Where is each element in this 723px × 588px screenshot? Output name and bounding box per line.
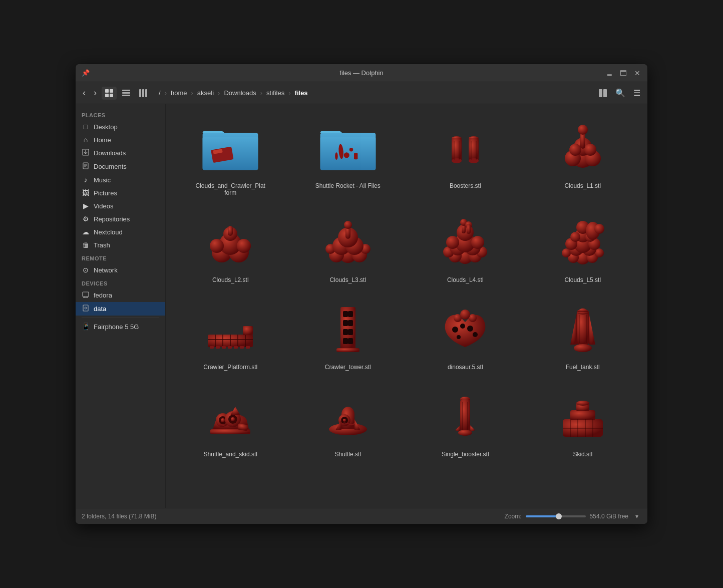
stl-icon-clouds-l3 xyxy=(320,215,376,270)
file-name-crawler-tower: Crawler_tower.stl xyxy=(325,364,371,371)
sidebar-item-pictures[interactable]: 🖼 Pictures xyxy=(76,186,165,199)
file-thumb-clouds-l2 xyxy=(200,212,260,272)
sidebar-item-fairphone[interactable]: 📱 Fairphone 5 5G xyxy=(76,320,165,333)
split-view-button[interactable] xyxy=(595,86,610,100)
file-name-crawler: Crawler_Platform.stl xyxy=(203,364,257,371)
sidebar-item-data[interactable]: data xyxy=(76,302,165,316)
zoom-slider[interactable] xyxy=(526,515,586,517)
sidebar-item-desktop[interactable]: □ Desktop xyxy=(76,120,165,133)
breadcrumb-stifiles[interactable]: stifiles xyxy=(264,88,286,98)
view-compact-button[interactable] xyxy=(136,87,151,100)
free-space: 554.0 GiB free xyxy=(590,513,628,520)
file-thumb-crawler xyxy=(200,300,260,360)
view-list-button[interactable] xyxy=(119,87,134,100)
file-item-shuttle-skid[interactable]: Shuttle_and_skid.stl xyxy=(174,381,287,464)
svg-rect-11 xyxy=(603,89,607,97)
file-item-shuttle[interactable]: Shuttle.stl xyxy=(291,381,405,464)
sidebar-item-network[interactable]: ⊙ Network xyxy=(76,263,165,276)
file-item-dinosaur[interactable]: dinosaur.5.stl xyxy=(409,293,522,377)
sidebar-item-home[interactable]: ⌂ Home xyxy=(76,133,165,146)
breadcrumb-files[interactable]: files xyxy=(293,88,310,98)
file-thumb-clouds-l3 xyxy=(318,212,378,272)
file-thumb-shuttle xyxy=(318,387,378,447)
file-item-fuel-tank[interactable]: Fuel_tank.stl xyxy=(526,293,640,377)
stl-icon-shuttle-skid xyxy=(203,389,258,444)
breadcrumb-akseli[interactable]: akseli xyxy=(195,88,216,98)
breadcrumb-downloads[interactable]: Downloads xyxy=(222,88,258,98)
sidebar-item-trash[interactable]: 🗑 Trash xyxy=(76,238,165,251)
file-item-single-booster[interactable]: Single_booster.stl xyxy=(409,381,522,464)
sidebar-fairphone-label: Fairphone 5 5G xyxy=(94,323,139,331)
minimize-button[interactable]: 🗕 xyxy=(603,67,615,79)
file-name-boosters: Boosters.stl xyxy=(450,182,481,189)
sidebar-item-fedora[interactable]: fedora xyxy=(76,288,165,302)
svg-point-137 xyxy=(574,344,592,352)
fairphone-icon: 📱 xyxy=(82,323,90,331)
folder-icon-clouds-crawler xyxy=(200,121,260,176)
sidebar-item-music[interactable]: ♪ Music xyxy=(76,173,165,186)
status-right: Zoom: 554.0 GiB free ▾ xyxy=(505,511,641,522)
svg-rect-5 xyxy=(122,92,130,94)
svg-rect-0 xyxy=(105,89,109,93)
menu-button[interactable]: ☰ xyxy=(630,86,643,100)
svg-rect-117 xyxy=(343,311,348,317)
breadcrumb-home[interactable]: home xyxy=(169,88,189,98)
svg-rect-3 xyxy=(110,94,113,97)
file-item-clouds-l2[interactable]: Clouds_L2.stl xyxy=(174,206,287,289)
svg-rect-123 xyxy=(343,338,348,344)
svg-point-96 xyxy=(570,232,580,242)
svg-rect-109 xyxy=(216,346,220,349)
svg-rect-110 xyxy=(222,346,226,349)
file-thumb-shuttle-skid xyxy=(200,387,260,447)
sidebar-item-repositories[interactable]: ⚙ Repositories xyxy=(76,212,165,225)
file-item-clouds-l1[interactable]: Clouds_L1.stl xyxy=(526,112,640,202)
sidebar-item-nextcloud[interactable]: ☁ Nextcloud xyxy=(76,225,165,238)
view-icons-button[interactable] xyxy=(102,87,117,100)
sidebar-item-downloads[interactable]: Downloads xyxy=(76,146,165,160)
close-button[interactable]: ✕ xyxy=(631,67,643,79)
file-item-clouds-crawler[interactable]: Clouds_and_Crawler_Platform xyxy=(174,112,287,202)
free-space-expand-button[interactable]: ▾ xyxy=(632,511,641,522)
file-item-shuttle-rocket[interactable]: Shuttle Rocket - All Files xyxy=(291,112,405,202)
file-item-clouds-l4[interactable]: Clouds_L4.stl xyxy=(409,206,522,289)
view-icons-icon xyxy=(105,89,114,98)
search-button[interactable]: 🔍 xyxy=(612,86,628,100)
file-item-crawler-tower[interactable]: Crawler_tower.stl xyxy=(291,293,405,377)
sidebar-item-videos[interactable]: ▶ Videos xyxy=(76,199,165,212)
file-item-clouds-l3[interactable]: Clouds_L3.stl xyxy=(291,206,405,289)
view-list-icon xyxy=(122,89,131,98)
data-icon xyxy=(82,305,90,313)
file-item-clouds-l5[interactable]: Clouds_L5.stl xyxy=(526,206,640,289)
maximize-button[interactable]: 🗖 xyxy=(617,67,629,79)
file-name-skid: Skid.stl xyxy=(573,451,592,458)
svg-rect-111 xyxy=(228,346,232,349)
svg-rect-108 xyxy=(210,346,214,349)
forward-button[interactable]: › xyxy=(91,86,100,100)
sidebar-nextcloud-label: Nextcloud xyxy=(94,228,123,236)
sidebar-item-documents[interactable]: Documents xyxy=(76,160,165,173)
toolbar-right: 🔍 ☰ xyxy=(595,86,643,100)
titlebar: 📌 files — Dolphin 🗕 🗖 ✕ xyxy=(76,64,647,82)
file-item-crawler[interactable]: Crawler_Platform.stl xyxy=(174,293,287,377)
back-button[interactable]: ‹ xyxy=(80,86,89,100)
sidebar-desktop-label: Desktop xyxy=(94,123,118,131)
home-icon: ⌂ xyxy=(82,136,90,144)
sidebar-music-label: Music xyxy=(94,176,111,184)
svg-rect-7 xyxy=(139,89,141,97)
window-controls: 🗕 🗖 ✕ xyxy=(603,67,643,79)
svg-rect-112 xyxy=(234,346,238,349)
trash-icon: 🗑 xyxy=(82,241,90,249)
file-item-boosters[interactable]: Boosters.stl xyxy=(409,112,522,202)
file-thumb-shuttle-rocket xyxy=(318,118,378,178)
svg-point-100 xyxy=(594,224,604,234)
file-name-dinosaur: dinosaur.5.stl xyxy=(448,364,483,371)
svg-point-133 xyxy=(460,310,470,320)
svg-point-151 xyxy=(343,419,346,422)
devices-section-label: Devices xyxy=(76,276,165,288)
file-name-shuttle-skid: Shuttle_and_skid.stl xyxy=(204,451,257,458)
svg-point-160 xyxy=(576,401,589,406)
stl-icon-shuttle xyxy=(320,389,376,444)
file-thumb-single-booster xyxy=(435,387,495,447)
file-item-skid[interactable]: Skid.stl xyxy=(526,381,640,464)
breadcrumb-root[interactable]: / xyxy=(157,88,163,98)
